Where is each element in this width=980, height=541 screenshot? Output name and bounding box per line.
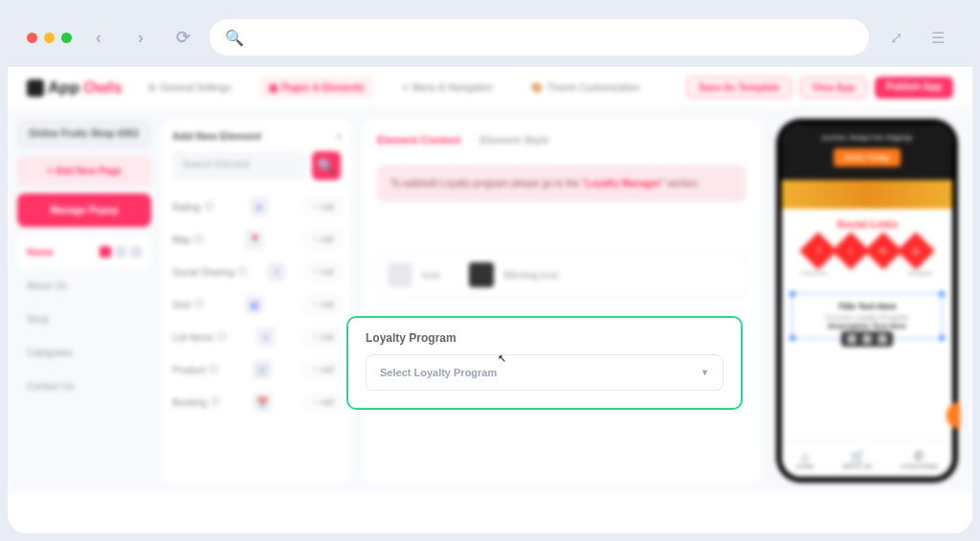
social-labels: FacebookInstagram [782, 270, 952, 276]
collapse-icon[interactable]: › [337, 130, 341, 142]
editor-tabs: Element Content Element Style [377, 134, 746, 153]
element-toolbar[interactable] [841, 331, 893, 347]
calendar-icon: 📅 [253, 393, 272, 412]
app-topbar: AppOwls ⚙ General Settings ▦ Pages & Ele… [8, 67, 972, 109]
preview-desc-text: Description Text Here [800, 322, 934, 330]
app-shell: AppOwls ⚙ General Settings ▦ Pages & Ele… [8, 67, 972, 533]
tab-element-content[interactable]: Element Content [377, 134, 460, 146]
maximize-window-icon[interactable] [61, 33, 72, 43]
phone-screen: promise. Always free shipping! Order Tod… [782, 124, 952, 477]
nav-forward-icon[interactable]: › [125, 22, 156, 53]
minimize-window-icon[interactable] [44, 33, 55, 43]
nav-categories[interactable]: ✆CATEGORIES [901, 449, 938, 469]
nav-menu-navigation[interactable]: ≡ Menu & Navigation [393, 77, 502, 99]
tab-element-style[interactable]: Element Style [479, 134, 548, 146]
nav-back-icon[interactable]: ‹ [83, 22, 114, 53]
loyalty-preview-section[interactable]: Title Text Here Choose Loyalty Program D… [791, 293, 943, 339]
star-icon: ★ [250, 197, 269, 216]
phone-icon: ✆ [901, 449, 938, 463]
sidebar-page-shop[interactable]: Shop [17, 303, 151, 336]
cart-icon: 🛒 [253, 360, 272, 379]
workspace: Online Fruits Shop #263 + Add New Page M… [8, 109, 972, 492]
reload-icon[interactable]: ⟳ [167, 22, 198, 53]
shop-title: Online Fruits Shop #263 [17, 119, 151, 148]
url-input[interactable] [252, 31, 854, 44]
nav-home[interactable]: ⌂HOME [796, 449, 813, 469]
hamburger-icon[interactable]: ☰ [923, 22, 953, 53]
home-icon: ⌂ [796, 449, 813, 463]
element-grid[interactable]: Grid ⓘ▦+ Add [172, 295, 341, 314]
twitter-icon[interactable]: t [832, 232, 870, 270]
order-today-button[interactable]: Order Today [834, 148, 902, 167]
banner-text: promise. Always free shipping! [790, 134, 945, 141]
icon-slot[interactable]: Icon [388, 262, 440, 287]
app-logo[interactable]: AppOwls [27, 79, 122, 98]
element-rating[interactable]: Rating ⓘ★+ Add [172, 197, 341, 216]
nav-pages-elements[interactable]: ▦ Pages & Elements [259, 77, 374, 99]
move-icon[interactable] [847, 334, 857, 344]
close-window-icon[interactable] [27, 33, 37, 43]
search-element-input[interactable]: Search Element [172, 151, 306, 180]
grid-icon: ▦ [245, 295, 264, 314]
expand-icon[interactable]: ⤢ [880, 22, 911, 53]
sidebar-page-contact[interactable]: Contact Us [17, 370, 151, 403]
sidebar-page-categories[interactable]: Categories [17, 336, 151, 370]
url-bar[interactable]: 🔍 [210, 19, 869, 56]
share-icon: ⇪ [267, 262, 286, 282]
view-app-button[interactable]: View App [800, 77, 867, 99]
winning-icon-slot[interactable]: Winning Icon [469, 262, 559, 287]
add-new-page-button[interactable]: + Add New Page [17, 156, 151, 186]
page-list: Home About Us Shop Categories Contact Us [17, 235, 151, 403]
sidebar-page-about[interactable]: About Us [17, 269, 151, 303]
chevron-down-icon: ▼ [701, 368, 709, 377]
social-icons-row: f t in ◎ [782, 237, 952, 264]
element-social-sharing[interactable]: Social Sharing ⓘ⇪+ Add [172, 262, 341, 282]
loyalty-panel-title: Loyalty Program [366, 331, 724, 345]
nav-general-settings[interactable]: ⚙ General Settings [138, 77, 241, 99]
elements-panel-title: Add New Element› [172, 130, 341, 142]
nav-about[interactable]: 🛒ABOUT US [842, 449, 872, 469]
manage-popup-button[interactable]: Manage Popup [17, 193, 151, 227]
duplicate-icon[interactable] [862, 334, 872, 344]
top-nav: ⚙ General Settings ▦ Pages & Elements ≡ … [138, 77, 671, 99]
pages-sidebar: Online Fruits Shop #263 + Add New Page M… [17, 119, 151, 483]
nav-theme-customization[interactable]: 🎨 Theme Customization [522, 77, 649, 99]
preview-image-strip [782, 180, 952, 209]
pin-icon: 📍 [245, 230, 264, 249]
elements-panel: Add New Element› Search Element 🔍 Rating… [161, 119, 352, 483]
cursor-icon: ↖ [498, 352, 506, 365]
facebook-icon[interactable]: f [799, 232, 837, 270]
phone-bottom-nav: ⌂HOME 🛒ABOUT US ✆CATEGORIES [782, 440, 952, 477]
icon-placeholder [388, 262, 412, 287]
element-product[interactable]: Product ⓘ🛒+ Add [172, 360, 341, 379]
sidebar-page-home[interactable]: Home [17, 235, 151, 269]
loyalty-select-placeholder: Select Loyalty Program [380, 367, 497, 378]
logo-text-pre: App [48, 79, 79, 98]
preview-title-text: Title Text Here [800, 302, 934, 311]
phone-mockup: promise. Always free shipping! Order Tod… [776, 119, 958, 483]
winning-icon-placeholder [469, 262, 494, 287]
loyalty-manager-link[interactable]: Loyalty Manager [586, 178, 661, 189]
preview-sub-text: Choose Loyalty Program [800, 313, 934, 322]
social-links-title: Social Links [782, 218, 952, 230]
instagram-icon[interactable]: ◎ [897, 232, 935, 270]
logo-text-accent: Owls [83, 79, 122, 98]
window-controls [27, 33, 72, 43]
loyalty-program-select[interactable]: Select Loyalty Program ▼ [366, 354, 724, 391]
list-icon: ≡ [256, 327, 276, 347]
search-element-button[interactable]: 🔍 [312, 151, 341, 180]
owl-icon [27, 79, 44, 97]
preview-column: promise. Always free shipping! Order Tod… [771, 119, 963, 483]
linkedin-icon[interactable]: in [864, 232, 902, 270]
save-as-template-button[interactable]: Save As Template [686, 77, 791, 99]
element-map[interactable]: Map ⓘ📍+ Add [172, 230, 341, 249]
floating-action-button[interactable] [947, 402, 952, 429]
preview-banner: promise. Always free shipping! Order Tod… [782, 124, 952, 180]
search-icon: 🔍 [225, 29, 244, 47]
loyalty-program-panel: Loyalty Program Select Loyalty Program ▼ [346, 316, 743, 410]
delete-icon[interactable] [878, 334, 887, 344]
element-list-items[interactable]: List Items ⓘ≡+ Add [172, 327, 341, 347]
editor-panel: Element Content Element Style To add/edi… [362, 119, 762, 483]
publish-app-button[interactable]: Publish App [875, 77, 953, 99]
element-booking[interactable]: Booking ⓘ📅+ Add [172, 393, 341, 412]
